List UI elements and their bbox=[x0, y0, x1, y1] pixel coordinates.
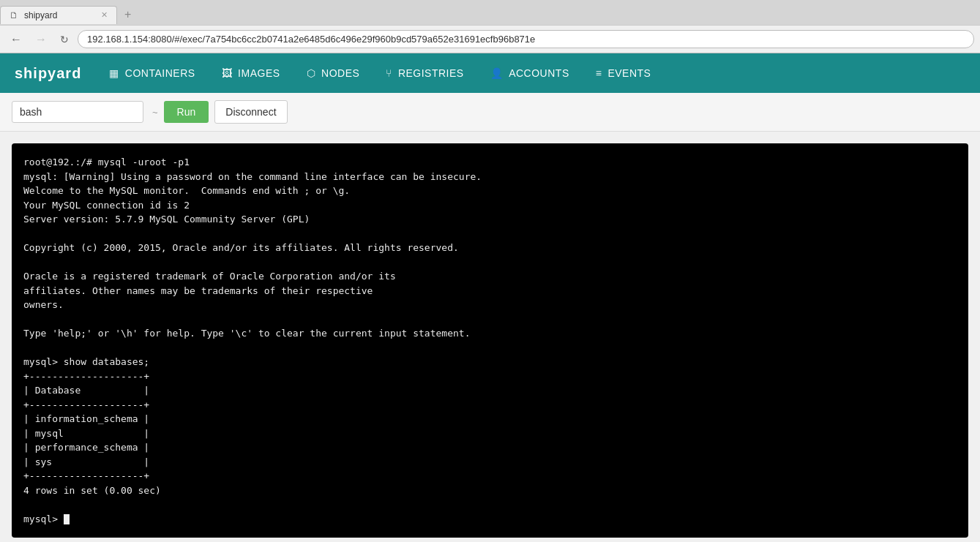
nav-label-events: EVENTS bbox=[607, 67, 651, 79]
app-logo: shipyard bbox=[0, 65, 96, 82]
command-input[interactable] bbox=[12, 101, 143, 123]
exec-toolbar: ~ Run Disconnect bbox=[0, 93, 980, 132]
tab-close-button[interactable]: ✕ bbox=[101, 10, 108, 20]
disconnect-button[interactable]: Disconnect bbox=[214, 100, 287, 124]
tab-icon: 🗋 bbox=[10, 10, 18, 20]
accounts-icon: 👤 bbox=[490, 67, 504, 79]
nav-label-nodes: NODES bbox=[321, 67, 359, 79]
nav-item-events[interactable]: ≡ EVENTS bbox=[583, 53, 665, 93]
prompt-symbol: ~ bbox=[152, 107, 158, 118]
new-tab-button[interactable]: + bbox=[117, 4, 138, 25]
nav-label-images: IMAGES bbox=[238, 67, 280, 79]
nav-item-containers[interactable]: ▦ CONTAINERS bbox=[96, 53, 208, 93]
nav-item-accounts[interactable]: 👤 ACCOUNTS bbox=[477, 53, 583, 93]
nodes-icon: ⬡ bbox=[307, 67, 316, 79]
registries-icon: ⑂ bbox=[386, 67, 392, 79]
events-icon: ≡ bbox=[596, 67, 602, 79]
address-input[interactable] bbox=[78, 30, 974, 48]
forward-button[interactable]: → bbox=[31, 31, 51, 48]
terminal[interactable]: root@192.:/# mysql -uroot -p1 mysql: [Wa… bbox=[12, 143, 968, 538]
terminal-output: root@192.:/# mysql -uroot -p1 mysql: [Wa… bbox=[23, 155, 957, 526]
images-icon: 🖼 bbox=[222, 67, 233, 79]
active-tab[interactable]: 🗋 shipyard ✕ bbox=[0, 6, 117, 24]
tab-title: shipyard bbox=[24, 10, 95, 20]
containers-icon: ▦ bbox=[109, 67, 119, 79]
nav-label-registries: REGISTRIES bbox=[398, 67, 464, 79]
terminal-container: root@192.:/# mysql -uroot -p1 mysql: [Wa… bbox=[12, 143, 968, 538]
nav-item-nodes[interactable]: ⬡ NODES bbox=[293, 53, 373, 93]
nav-label-accounts: ACCOUNTS bbox=[509, 67, 569, 79]
browser-chrome: 🗋 shipyard ✕ + ← → ↻ bbox=[0, 0, 980, 53]
nav-items: ▦ CONTAINERS 🖼 IMAGES ⬡ NODES ⑂ REGISTRI… bbox=[96, 53, 664, 93]
nav-item-registries[interactable]: ⑂ REGISTRIES bbox=[373, 53, 476, 93]
back-button[interactable]: ← bbox=[6, 31, 26, 48]
app-nav: shipyard ▦ CONTAINERS 🖼 IMAGES ⬡ NODES ⑂… bbox=[0, 53, 980, 93]
terminal-cursor bbox=[64, 514, 70, 524]
address-bar-row: ← → ↻ bbox=[0, 25, 980, 53]
run-button[interactable]: Run bbox=[164, 101, 209, 123]
tab-bar: 🗋 shipyard ✕ + bbox=[0, 0, 980, 25]
refresh-button[interactable]: ↻ bbox=[56, 32, 73, 47]
nav-label-containers: CONTAINERS bbox=[125, 67, 195, 79]
nav-item-images[interactable]: 🖼 IMAGES bbox=[209, 53, 293, 93]
